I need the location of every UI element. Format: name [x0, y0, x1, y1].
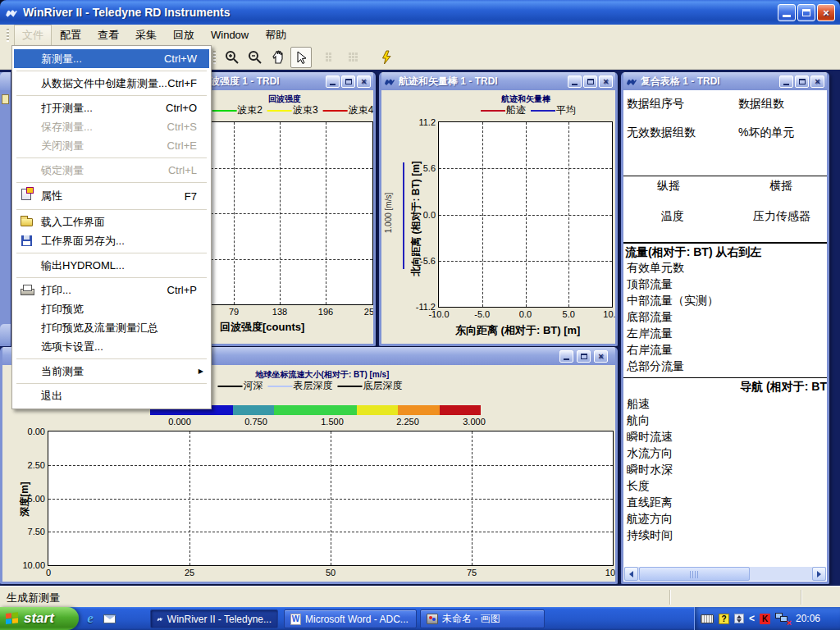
- composite-table-caption[interactable]: 复合表格 1 - TRDI ×: [623, 72, 827, 90]
- x-tick: 0.0: [519, 309, 532, 319]
- minimize-button[interactable]: [779, 75, 793, 88]
- table-label: 水流方向: [627, 446, 673, 461]
- legend-label: 波束3: [293, 103, 318, 117]
- legend-swatch: [481, 110, 505, 112]
- minimize-button[interactable]: [778, 4, 796, 21]
- outlook-express-icon[interactable]: [101, 610, 117, 627]
- window-echo-intensity: 波强度 1 - TRDI × 回波强度 波束1 波束2 波束3 波束4: [190, 72, 376, 346]
- table-label: 有效单元数: [627, 261, 684, 276]
- close-button[interactable]: ×: [357, 75, 371, 88]
- toolbar-grip[interactable]: [7, 29, 9, 42]
- network-disconnected-icon[interactable]: ×: [775, 613, 789, 624]
- maximize-button[interactable]: [795, 75, 809, 88]
- menu-item-label: 打印...: [41, 283, 71, 298]
- zoom-in-icon[interactable]: [221, 47, 243, 68]
- window-ship-track: 航迹和矢量棒 1 - TRDI × 航迹和矢量棒 船迹 平均 1.000 [m/…: [379, 72, 618, 346]
- maximize-button[interactable]: [341, 75, 355, 88]
- menu-configure[interactable]: 配置: [52, 25, 89, 46]
- menu-help[interactable]: 帮助: [257, 25, 294, 46]
- maximize-button[interactable]: [583, 75, 597, 88]
- divider: [623, 377, 827, 378]
- close-icon: ×: [361, 77, 366, 86]
- minimize-button[interactable]: [559, 350, 573, 363]
- minimize-icon: [783, 15, 791, 17]
- echo-intensity-caption[interactable]: 波强度 1 - TRDI ×: [193, 72, 373, 90]
- internet-explorer-icon[interactable]: e: [82, 610, 98, 627]
- status-text: 生成新测量: [7, 591, 60, 604]
- legend-swatch: [323, 110, 348, 112]
- contour-plot[interactable]: 0.00 2.50 5.00 7.50 10.00 0 25 50 75 100: [48, 431, 614, 566]
- menu-item-exit[interactable]: 退出: [14, 386, 209, 405]
- gridline: [439, 168, 612, 169]
- table-label: 纵摇: [657, 179, 680, 194]
- scroll-left-button[interactable]: [624, 567, 638, 581]
- select-arrow-icon[interactable]: [290, 47, 312, 68]
- close-button[interactable]: ×: [599, 75, 613, 88]
- ship-track-content: 航迹和矢量棒 船迹 平均 1.000 [m/s] 北向距离 (相对于: BT) …: [381, 90, 615, 344]
- updown-tray-icon[interactable]: [734, 614, 744, 623]
- maximize-icon: [799, 79, 806, 84]
- intensity-plot[interactable]: 79 138 196 255: [198, 121, 373, 305]
- main-titlebar[interactable]: WinRiver II - Teledyne RD Instruments ×: [0, 0, 840, 25]
- maximize-icon: [587, 79, 594, 84]
- tray-collapse-chevron[interactable]: <: [749, 613, 755, 624]
- taskbar-task-word[interactable]: W Microsoft Word - ADC...: [284, 609, 417, 628]
- statusbar-divider: [801, 590, 802, 605]
- ship-track-caption[interactable]: 航迹和矢量棒 1 - TRDI ×: [381, 72, 615, 90]
- horizontal-scrollbar[interactable]: [624, 567, 826, 581]
- menu-item-export-hydroml[interactable]: 输出HYDROML...: [14, 256, 209, 275]
- scrollbar-thumb[interactable]: [639, 567, 750, 581]
- close-button[interactable]: ×: [817, 4, 835, 21]
- help-tray-icon[interactable]: ?: [719, 614, 729, 624]
- minimize-button[interactable]: [568, 75, 582, 88]
- menu-item-new-measurement[interactable]: 新测量...Ctrl+W: [14, 49, 209, 68]
- menu-item-label: 选项卡设置...: [41, 340, 103, 354]
- child-window-title: 航迹和矢量棒 1 - TRDI: [399, 75, 566, 89]
- maximize-button[interactable]: [797, 4, 815, 21]
- hidden-window-icon: [2, 94, 9, 104]
- y-tick: 11.2: [418, 117, 436, 127]
- menu-item-print[interactable]: 打印...Ctrl+P: [14, 281, 209, 299]
- scroll-right-button[interactable]: [812, 567, 826, 581]
- menu-item-current-measurement[interactable]: 当前测量▶: [14, 362, 209, 381]
- menu-window[interactable]: Window: [203, 25, 257, 44]
- menu-item-print-preview[interactable]: 打印预览: [14, 299, 209, 318]
- menu-item-properties[interactable]: 属性F7: [14, 185, 209, 207]
- toolbar-grip-2[interactable]: [213, 51, 216, 64]
- maximize-button[interactable]: [577, 350, 591, 363]
- table-label: %坏的单元: [738, 126, 794, 140]
- menu-item-new-from-data-file[interactable]: 从数据文件中创建新测量...Ctrl+F: [14, 74, 209, 93]
- x-tick: 75: [467, 568, 477, 578]
- minimize-button[interactable]: [326, 75, 340, 88]
- menu-item-tab-settings[interactable]: 选项卡设置...: [14, 337, 209, 356]
- menu-item-save-workspace-as[interactable]: 工作界面另存为...: [14, 231, 209, 250]
- taskbar-task-paint[interactable]: 未命名 - 画图: [420, 609, 545, 628]
- echo-intensity-content: 回波强度 波束1 波束2 波束3 波束4 79 138 196: [193, 90, 373, 344]
- close-button[interactable]: ×: [810, 75, 824, 88]
- menu-item-open-measurement[interactable]: 打开测量...Ctrl+O: [14, 98, 209, 117]
- minimize-icon: [572, 84, 578, 85]
- menu-file[interactable]: 文件: [14, 25, 52, 45]
- antivirus-tray-icon[interactable]: K: [760, 614, 770, 624]
- menu-item-print-preview-discharge-summary[interactable]: 打印预览及流量测量汇总: [14, 318, 209, 337]
- y-tick: 0.00: [28, 427, 45, 436]
- menu-item-label: 打印预览及流量测量汇总: [41, 321, 158, 336]
- close-button[interactable]: ×: [594, 350, 608, 363]
- zoom-out-icon[interactable]: [244, 47, 266, 68]
- lightning-icon[interactable]: [376, 47, 397, 68]
- table-label: 持续时间: [627, 528, 673, 543]
- keyboard-layout-icon[interactable]: [701, 614, 714, 623]
- ship-track-plot[interactable]: 11.2 5.6 0.0 -5.6 -11.2 -10.0 -5.0 0.0 5…: [438, 121, 613, 308]
- gridline: [199, 213, 372, 214]
- velocity-scale-label: 1.000 [m/s]: [384, 193, 393, 233]
- pan-hand-icon[interactable]: [267, 47, 289, 68]
- menu-playback[interactable]: 回放: [165, 25, 203, 46]
- menu-item-load-workspace[interactable]: 载入工作界面: [14, 212, 209, 231]
- taskbar-task-winriver[interactable]: WinRiver II - Teledyne...: [150, 609, 278, 628]
- paint-icon: [427, 614, 438, 624]
- menu-view[interactable]: 查看: [89, 25, 127, 46]
- x-tick: 196: [318, 307, 333, 317]
- chart-legend: 船迹 平均: [476, 103, 576, 117]
- start-button[interactable]: start: [0, 607, 79, 630]
- menu-acquire[interactable]: 采集: [127, 25, 165, 46]
